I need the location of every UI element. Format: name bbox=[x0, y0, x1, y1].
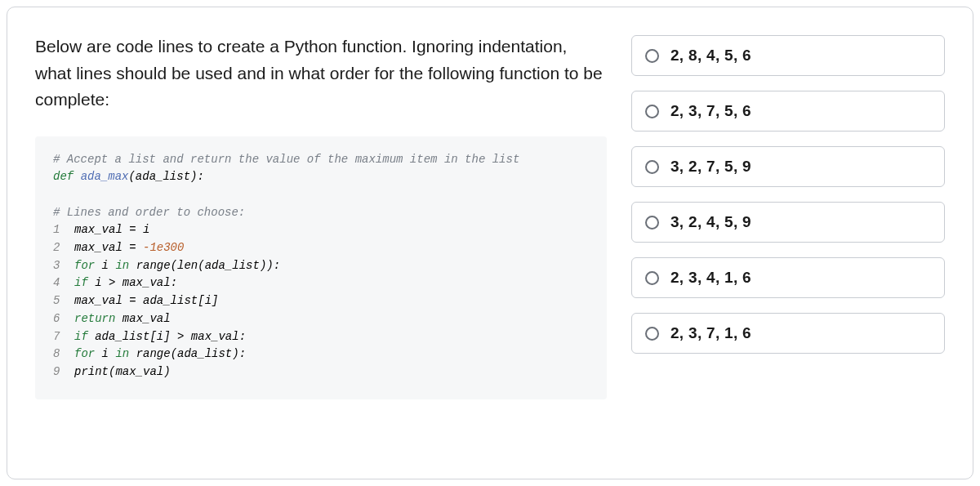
question-text: Below are code lines to create a Python … bbox=[35, 33, 607, 114]
line-number: 2 bbox=[53, 239, 74, 257]
code-line-4-rest: i > max_val: bbox=[88, 276, 177, 289]
code-line-8-kw: for bbox=[74, 347, 95, 360]
code-def-rest: (ada_list): bbox=[128, 170, 203, 183]
code-line-8-rest: range(ada_list): bbox=[129, 347, 246, 360]
line-number: 6 bbox=[53, 310, 74, 328]
line-number: 3 bbox=[53, 257, 74, 275]
code-line-8-kw2: in bbox=[115, 347, 129, 360]
code-line-3-kw: for bbox=[74, 259, 95, 272]
radio-icon bbox=[645, 160, 659, 174]
code-line-5: max_val = ada_list[i] bbox=[74, 294, 218, 307]
code-line-2-literal: -1e300 bbox=[143, 241, 184, 254]
answer-option-5[interactable]: 2, 3, 4, 1, 6 bbox=[631, 257, 945, 298]
code-line-2-text: max_val = bbox=[74, 241, 143, 254]
code-block: # Accept a list and return the value of … bbox=[35, 136, 607, 399]
question-card: Below are code lines to create a Python … bbox=[7, 7, 973, 479]
answer-option-4[interactable]: 3, 2, 4, 5, 9 bbox=[631, 202, 945, 243]
answer-options: 2, 8, 4, 5, 6 2, 3, 7, 5, 6 3, 2, 7, 5, … bbox=[631, 33, 945, 438]
radio-icon bbox=[645, 327, 659, 341]
code-function-name: ada_max bbox=[81, 170, 129, 183]
answer-option-2[interactable]: 2, 3, 7, 5, 6 bbox=[631, 91, 945, 132]
option-label: 2, 3, 4, 1, 6 bbox=[670, 269, 751, 287]
code-line-1: max_val = i bbox=[74, 223, 149, 236]
radio-icon bbox=[645, 271, 659, 285]
answer-option-6[interactable]: 2, 3, 7, 1, 6 bbox=[631, 313, 945, 354]
line-number: 9 bbox=[53, 363, 74, 381]
line-number: 5 bbox=[53, 292, 74, 310]
answer-option-1[interactable]: 2, 8, 4, 5, 6 bbox=[631, 35, 945, 76]
radio-icon bbox=[645, 105, 659, 118]
question-left-column: Below are code lines to create a Python … bbox=[35, 33, 607, 438]
code-comment-1: # Accept a list and return the value of … bbox=[53, 153, 519, 166]
line-number: 7 bbox=[53, 328, 74, 346]
radio-icon bbox=[645, 216, 659, 230]
code-line-3-mid: i bbox=[95, 259, 115, 272]
line-number: 4 bbox=[53, 274, 74, 292]
radio-icon bbox=[645, 49, 659, 63]
code-line-3-rest: range(len(ada_list)): bbox=[129, 259, 280, 272]
line-number: 1 bbox=[53, 221, 74, 239]
option-label: 2, 3, 7, 5, 6 bbox=[670, 102, 751, 120]
option-label: 2, 8, 4, 5, 6 bbox=[670, 47, 751, 65]
code-line-8-mid: i bbox=[95, 347, 115, 360]
line-number: 8 bbox=[53, 346, 74, 363]
code-line-7-kw: if bbox=[74, 330, 88, 343]
option-label: 3, 2, 7, 5, 9 bbox=[670, 158, 751, 176]
code-comment-2: # Lines and order to choose: bbox=[53, 206, 245, 219]
code-line-3-kw2: in bbox=[115, 259, 129, 272]
code-def-keyword: def bbox=[53, 170, 74, 183]
code-line-4-kw: if bbox=[74, 276, 88, 289]
code-line-6-rest: max_val bbox=[115, 312, 170, 325]
option-label: 3, 2, 4, 5, 9 bbox=[670, 213, 751, 231]
code-line-7-rest: ada_list[i] > max_val: bbox=[88, 330, 246, 343]
answer-option-3[interactable]: 3, 2, 7, 5, 9 bbox=[631, 146, 945, 187]
code-line-6-kw: return bbox=[74, 312, 115, 325]
option-label: 2, 3, 7, 1, 6 bbox=[670, 324, 751, 342]
code-line-9: print(max_val) bbox=[74, 365, 171, 378]
